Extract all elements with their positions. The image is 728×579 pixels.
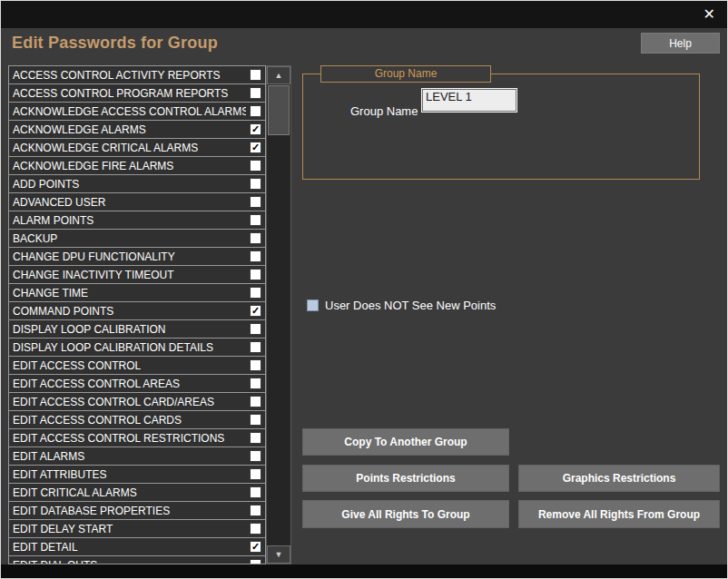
list-item[interactable]: ACKNOWLEDGE ACCESS CONTROL ALARMS — [9, 103, 265, 121]
permission-label: CHANGE TIME — [13, 287, 246, 299]
permission-checkbox[interactable] — [250, 450, 261, 462]
close-icon[interactable]: ✕ — [703, 5, 715, 24]
permission-checkbox[interactable] — [250, 160, 261, 172]
list-item[interactable]: EDIT DETAIL✓ — [9, 538, 265, 556]
points-restrictions-button[interactable]: Points Restrictions — [302, 465, 509, 492]
permission-label: EDIT ACCESS CONTROL AREAS — [13, 378, 246, 390]
list-item[interactable]: DISPLAY LOOP CALIBRATION DETAILS — [9, 339, 265, 357]
permission-label: EDIT DETAIL — [13, 541, 246, 554]
permission-checkbox[interactable] — [250, 396, 261, 407]
permission-label: DISPLAY LOOP CALIBRATION — [13, 323, 246, 336]
permission-checkbox[interactable] — [250, 341, 261, 353]
list-item[interactable]: ADD POINTS — [9, 175, 265, 193]
permission-label: EDIT DATABASE PROPERTIES — [13, 505, 246, 517]
permission-label: ADD POINTS — [13, 178, 246, 191]
list-item[interactable]: EDIT ALARMS — [9, 447, 265, 466]
permission-label: EDIT ACCESS CONTROL — [13, 359, 246, 372]
permission-checkbox[interactable] — [250, 323, 261, 335]
permission-label: ACKNOWLEDGE ACCESS CONTROL ALARMS — [13, 105, 246, 118]
permission-label: ACKNOWLEDGE FIRE ALARMS — [13, 160, 246, 172]
permission-label: ACCESS CONTROL ACTIVITY REPORTS — [13, 69, 246, 82]
permission-label: CHANGE DPU FUNCTIONALITY — [13, 250, 246, 263]
permissions-scrollbar[interactable]: ▲ ▼ — [266, 65, 291, 564]
permission-checkbox[interactable] — [250, 359, 261, 371]
permission-label: ACKNOWLEDGE ALARMS — [13, 123, 246, 136]
list-item[interactable]: EDIT CRITICAL ALARMS — [9, 484, 265, 502]
list-item[interactable]: ACKNOWLEDGE CRITICAL ALARMS✓ — [9, 139, 265, 157]
list-item[interactable]: EDIT DIAL OUTS — [9, 556, 265, 564]
permission-label: ADVANCED USER — [13, 196, 246, 209]
permission-checkbox[interactable] — [250, 269, 261, 280]
graphics-restrictions-button[interactable]: Graphics Restrictions — [518, 465, 720, 492]
permission-checkbox[interactable] — [250, 486, 261, 498]
permission-checkbox[interactable]: ✓ — [250, 142, 261, 153]
list-item[interactable]: EDIT DELAY START — [9, 520, 265, 538]
list-item[interactable]: EDIT ACCESS CONTROL CARDS — [9, 411, 265, 429]
permission-checkbox[interactable] — [250, 214, 261, 226]
list-item[interactable]: EDIT ACCESS CONTROL AREAS — [9, 375, 265, 393]
permission-label: EDIT CRITICAL ALARMS — [13, 486, 246, 499]
permission-label: ACKNOWLEDGE CRITICAL ALARMS — [13, 142, 246, 154]
group-name-box-title: Group Name — [320, 65, 491, 83]
permissions-list[interactable]: ACCESS CONTROL ACTIVITY REPORTSACCESS CO… — [8, 65, 266, 564]
list-item[interactable]: ACCESS CONTROL ACTIVITY REPORTS — [9, 66, 265, 84]
permission-checkbox[interactable] — [250, 69, 261, 81]
permission-checkbox[interactable] — [250, 178, 261, 190]
group-name-input[interactable] — [421, 88, 517, 113]
list-item[interactable]: DISPLAY LOOP CALIBRATION — [9, 320, 265, 339]
permission-checkbox[interactable] — [250, 414, 261, 426]
up-arrow-icon: ▲ — [275, 72, 283, 80]
permission-label: ALARM POINTS — [13, 214, 246, 227]
permission-label: DISPLAY LOOP CALIBRATION DETAILS — [13, 341, 246, 354]
permission-checkbox[interactable] — [250, 505, 261, 516]
permission-checkbox[interactable]: ✓ — [250, 123, 261, 135]
list-item[interactable]: CHANGE INACTIVITY TIMEOUT — [9, 266, 265, 284]
permission-checkbox[interactable] — [250, 196, 261, 208]
permission-label: EDIT ALARMS — [13, 450, 246, 463]
permission-label: EDIT ATTRIBUTES — [13, 468, 246, 481]
list-item[interactable]: EDIT DATABASE PROPERTIES — [9, 502, 265, 520]
permission-label: EDIT ACCESS CONTROL RESTRICTIONS — [13, 432, 246, 445]
permission-checkbox[interactable] — [250, 250, 261, 262]
new-points-option[interactable]: User Does NOT See New Points — [307, 299, 496, 312]
list-item[interactable]: BACKUP — [9, 230, 265, 248]
list-item[interactable]: EDIT ACCESS CONTROL CARD/AREAS — [9, 393, 265, 411]
list-item[interactable]: CHANGE TIME — [9, 284, 265, 302]
permission-checkbox[interactable] — [250, 432, 261, 444]
list-item[interactable]: EDIT ACCESS CONTROL — [9, 357, 265, 375]
new-points-checkbox[interactable] — [307, 299, 319, 311]
permission-label: CHANGE INACTIVITY TIMEOUT — [13, 269, 246, 281]
permission-checkbox[interactable] — [250, 523, 261, 535]
copy-to-another-group-button[interactable]: Copy To Another Group — [302, 428, 509, 456]
list-item[interactable]: ACKNOWLEDGE FIRE ALARMS — [9, 157, 265, 175]
permission-checkbox[interactable] — [250, 232, 261, 244]
scroll-down-button[interactable]: ▼ — [267, 545, 290, 564]
permission-checkbox[interactable] — [250, 105, 261, 117]
permission-label: EDIT ACCESS CONTROL CARDS — [13, 414, 246, 427]
permission-checkbox[interactable] — [250, 378, 261, 389]
group-name-label: Group Name — [350, 104, 418, 118]
permission-label: ACCESS CONTROL PROGRAM REPORTS — [13, 87, 246, 100]
list-item[interactable]: ACKNOWLEDGE ALARMS✓ — [9, 121, 265, 139]
scrollbar-thumb[interactable] — [268, 85, 290, 135]
permission-label: BACKUP — [13, 232, 246, 245]
edit-passwords-dialog: ✕ Edit Passwords for Group Help ACCESS C… — [0, 0, 728, 579]
permission-checkbox[interactable]: ✓ — [250, 541, 261, 553]
list-item[interactable]: CHANGE DPU FUNCTIONALITY — [9, 248, 265, 266]
permission-label: EDIT DELAY START — [13, 523, 246, 535]
permission-checkbox[interactable]: ✓ — [250, 305, 261, 317]
list-item[interactable]: EDIT ATTRIBUTES — [9, 466, 265, 484]
permission-checkbox[interactable] — [250, 468, 261, 480]
list-item[interactable]: ADVANCED USER — [9, 193, 265, 211]
list-item[interactable]: COMMAND POINTS✓ — [9, 302, 265, 320]
list-item[interactable]: ACCESS CONTROL PROGRAM REPORTS — [9, 84, 265, 103]
permission-checkbox[interactable] — [250, 87, 261, 99]
remove-all-rights-button[interactable]: Remove All Rights From Group — [518, 500, 720, 528]
help-button[interactable]: Help — [641, 33, 720, 54]
give-all-rights-button[interactable]: Give All Rights To Group — [302, 500, 509, 528]
title-bar: ✕ — [1, 1, 727, 28]
permission-checkbox[interactable] — [250, 287, 261, 299]
list-item[interactable]: EDIT ACCESS CONTROL RESTRICTIONS — [9, 429, 265, 447]
scroll-up-button[interactable]: ▲ — [267, 66, 290, 84]
list-item[interactable]: ALARM POINTS — [9, 211, 265, 230]
